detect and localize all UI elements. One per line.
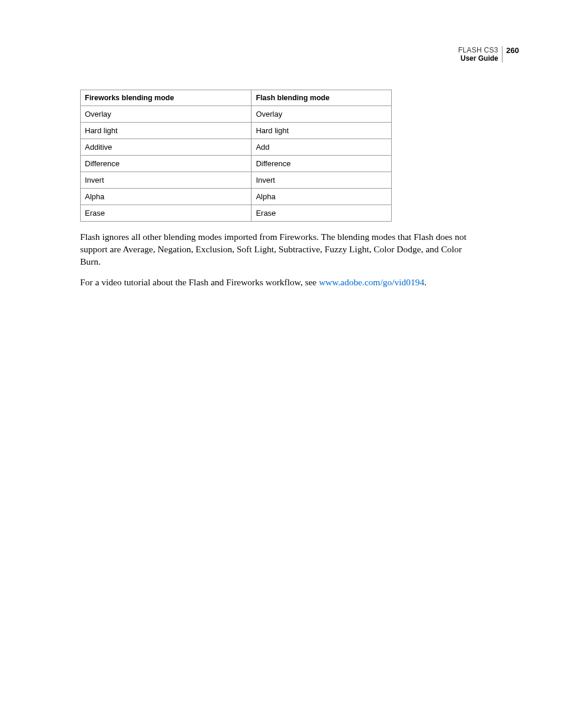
table-row: Overlay Overlay xyxy=(81,106,392,123)
table-cell: Alpha xyxy=(252,189,392,205)
table-cell: Hard light xyxy=(252,123,392,139)
page-content: Fireworks blending mode Flash blending m… xyxy=(80,90,482,297)
table-cell: Add xyxy=(252,139,392,156)
header-labels: FLASH CS3 User Guide xyxy=(458,46,502,62)
table-cell: Invert xyxy=(252,172,392,189)
table-row: Hard light Hard light xyxy=(81,123,392,139)
guide-label: User Guide xyxy=(461,54,498,62)
table-row: Alpha Alpha xyxy=(81,189,392,205)
table-cell: Difference xyxy=(81,156,252,172)
table-cell: Additive xyxy=(81,139,252,156)
tutorial-link[interactable]: www.adobe.com/go/vid0194 xyxy=(319,277,424,287)
p2-suffix: . xyxy=(424,277,427,287)
table-row: Erase Erase xyxy=(81,205,392,222)
table-cell: Overlay xyxy=(81,106,252,123)
p2-prefix: For a video tutorial about the Flash and… xyxy=(80,277,319,287)
table-cell: Hard light xyxy=(81,123,252,139)
table-cell: Erase xyxy=(252,205,392,222)
table-cell: Erase xyxy=(81,205,252,222)
table-row: Additive Add xyxy=(81,139,392,156)
table-header-row: Fireworks blending mode Flash blending m… xyxy=(81,90,392,106)
table-cell: Invert xyxy=(81,172,252,189)
table-cell: Overlay xyxy=(252,106,392,123)
page-number: 260 xyxy=(503,46,519,62)
table-cell: Difference xyxy=(252,156,392,172)
table-header-col2: Flash blending mode xyxy=(252,90,392,106)
page-header: FLASH CS3 User Guide 260 xyxy=(458,46,519,62)
paragraph-1: Flash ignores all other blending modes i… xyxy=(80,231,482,268)
paragraph-2: For a video tutorial about the Flash and… xyxy=(80,276,482,289)
table-header-col1: Fireworks blending mode xyxy=(81,90,252,106)
product-name: FLASH CS3 xyxy=(458,46,498,54)
body-text: Flash ignores all other blending modes i… xyxy=(80,231,482,289)
table-row: Invert Invert xyxy=(81,172,392,189)
blending-modes-table: Fireworks blending mode Flash blending m… xyxy=(80,90,392,222)
table-cell: Alpha xyxy=(81,189,252,205)
table-row: Difference Difference xyxy=(81,156,392,172)
